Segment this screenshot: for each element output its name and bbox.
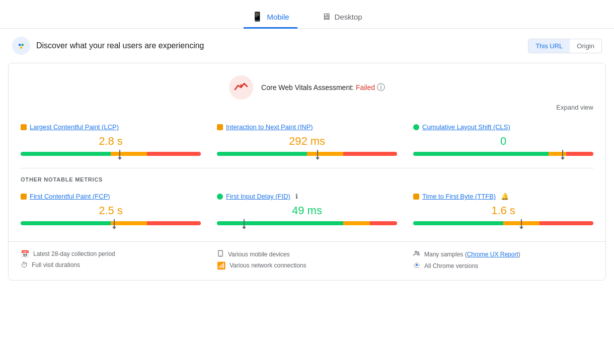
metric-ttfb: Time to First Byte (TTFB) 🔔 1.6 s <box>413 193 593 225</box>
metric-needle-inp <box>317 150 318 158</box>
this-url-button[interactable]: This URL <box>528 39 570 53</box>
metric-fcp: First Contentful Paint (FCP) 2.5 s <box>21 193 201 225</box>
metric-name-ttfb[interactable]: Time to First Byte (TTFB) <box>422 193 496 200</box>
svg-point-2 <box>21 44 24 46</box>
metric-value-fcp: 2.5 s <box>21 204 201 217</box>
svg-point-10 <box>416 264 418 266</box>
metric-needle-cls <box>562 150 563 158</box>
calendar-icon: 📅 <box>21 250 29 258</box>
assessment-status: Failed <box>356 83 375 92</box>
metric-fid: First Input Delay (FID) ℹ 49 ms <box>217 193 397 225</box>
metric-label-fcp: First Contentful Paint (FCP) <box>21 193 201 200</box>
footer-item-samples: Many samples (Chrome UX Report) <box>413 250 593 258</box>
metric-value-cls: 0 <box>413 135 593 148</box>
metric-label-fid: First Input Delay (FID) ℹ <box>217 193 397 200</box>
metric-name-cls[interactable]: Cumulative Layout Shift (CLS) <box>422 123 510 131</box>
metric-bar-fid <box>217 221 397 225</box>
assessment-title-prefix: Core Web Vitals Assessment: <box>261 83 356 92</box>
tab-desktop-label: Desktop <box>335 13 362 21</box>
metric-value-ttfb: 1.6 s <box>413 204 593 217</box>
metric-dot-cls <box>413 124 419 130</box>
other-metrics-grid: First Contentful Paint (FCP) 2.5 s First… <box>9 185 605 237</box>
mobile-icon: 📱 <box>252 11 263 22</box>
footer-grid: 📅 Latest 28-day collection period ⏱ Full… <box>9 241 605 280</box>
metric-value-inp: 292 ms <box>217 135 397 148</box>
extra-icon[interactable]: ℹ <box>295 193 298 200</box>
metric-lcp: Largest Contentful Paint (LCP) 2.8 s <box>21 123 201 156</box>
timer-icon: ⏱ <box>21 261 28 269</box>
svg-point-3 <box>20 46 23 49</box>
crux-link[interactable]: Chrome UX Report <box>467 251 518 258</box>
footer-item-duration: ⏱ Full visit durations <box>21 261 201 269</box>
device-icon <box>217 250 224 258</box>
header-row: Discover what your real users are experi… <box>0 29 614 63</box>
assessment-icon <box>229 75 253 100</box>
footer-item-network: 📶 Various network connections <box>217 261 397 269</box>
assessment-info-icon[interactable]: ⓘ <box>377 83 385 92</box>
footer-item-collection: 📅 Latest 28-day collection period <box>21 250 201 258</box>
metric-label-lcp: Largest Contentful Paint (LCP) <box>21 123 201 131</box>
metric-dot-fcp <box>21 194 27 200</box>
metric-dot-ttfb <box>413 194 419 200</box>
footer-item-chrome: All Chrome versions <box>413 261 593 270</box>
metric-bar-lcp <box>21 152 201 156</box>
metric-name-inp[interactable]: Interaction to Next Paint (INP) <box>226 123 313 131</box>
users-icon <box>413 250 420 258</box>
tab-mobile-label: Mobile <box>267 13 289 21</box>
footer-col1: 📅 Latest 28-day collection period ⏱ Full… <box>21 250 201 270</box>
extra-icon[interactable]: 🔔 <box>501 193 509 200</box>
metric-name-fid[interactable]: First Input Delay (FID) <box>226 193 290 200</box>
desktop-icon: 🖥 <box>322 12 331 22</box>
assessment-text: Core Web Vitals Assessment: Failed ⓘ <box>261 82 385 93</box>
tab-bar: 📱 Mobile 🖥 Desktop <box>0 0 614 29</box>
metric-cls: Cumulative Layout Shift (CLS) 0 <box>413 123 593 156</box>
metric-needle-ttfb <box>521 219 522 227</box>
footer-item-devices: Various mobile devices <box>217 250 397 258</box>
metric-name-lcp[interactable]: Largest Contentful Paint (LCP) <box>30 123 119 131</box>
metric-dot-lcp <box>21 124 27 130</box>
metric-value-fid: 49 ms <box>217 204 397 217</box>
metric-needle-fid <box>244 219 245 227</box>
metric-dot-fid <box>217 194 223 200</box>
header-left: Discover what your real users are experi… <box>12 37 204 55</box>
svg-point-0 <box>17 41 26 50</box>
metric-needle-lcp <box>119 150 120 158</box>
expand-link[interactable]: Expand view <box>9 104 605 115</box>
footer-col2: Various mobile devices 📶 Various network… <box>217 250 397 270</box>
svg-point-9 <box>417 252 419 253</box>
metric-value-lcp: 2.8 s <box>21 135 201 148</box>
header-title: Discover what your real users are experi… <box>36 41 204 50</box>
crux-avatar <box>12 37 30 55</box>
url-toggle: This URL Origin <box>528 39 602 53</box>
tab-desktop[interactable]: 🖥 Desktop <box>314 7 370 29</box>
chrome-icon <box>413 261 420 270</box>
metric-bar-fcp <box>21 221 201 225</box>
footer-col3: Many samples (Chrome UX Report) All Chro… <box>413 250 593 270</box>
metric-label-cls: Cumulative Layout Shift (CLS) <box>413 123 593 131</box>
metric-name-fcp[interactable]: First Contentful Paint (FCP) <box>30 193 110 200</box>
tab-mobile[interactable]: 📱 Mobile <box>244 6 297 29</box>
svg-point-1 <box>19 44 21 46</box>
metric-bar-inp <box>217 152 397 156</box>
svg-point-8 <box>415 251 417 253</box>
main-card: Core Web Vitals Assessment: Failed ⓘ Exp… <box>8 63 606 281</box>
metric-label-inp: Interaction to Next Paint (INP) <box>217 123 397 131</box>
core-metrics-grid: Largest Contentful Paint (LCP) 2.8 s Int… <box>9 115 605 168</box>
metric-label-ttfb: Time to First Byte (TTFB) 🔔 <box>413 193 593 200</box>
metric-bar-cls <box>413 152 593 156</box>
metric-dot-inp <box>217 124 223 130</box>
network-icon: 📶 <box>217 261 225 269</box>
metric-bar-ttfb <box>413 221 593 225</box>
other-section-label: OTHER NOTABLE METRICS <box>9 168 605 185</box>
origin-button[interactable]: Origin <box>570 39 601 53</box>
assessment-header: Core Web Vitals Assessment: Failed ⓘ <box>9 63 605 104</box>
metric-inp: Interaction to Next Paint (INP) 292 ms <box>217 123 397 156</box>
metric-needle-fcp <box>114 219 115 227</box>
